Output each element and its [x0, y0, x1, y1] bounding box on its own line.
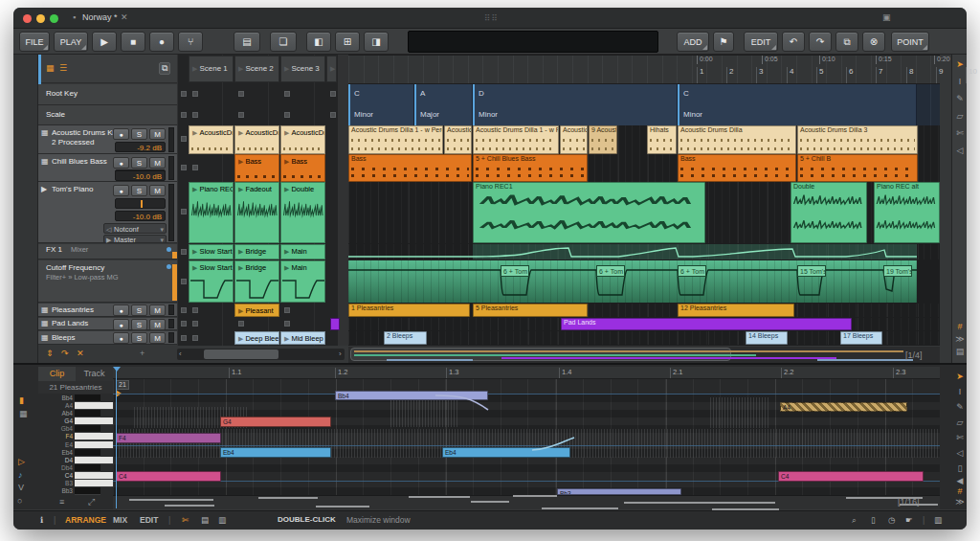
- comment-panel-button[interactable]: ❏: [270, 32, 297, 52]
- launcher-hscrollbar[interactable]: [177, 349, 345, 360]
- arrangement-navigator[interactable]: [348, 347, 940, 363]
- editor-snap-icon[interactable]: #: [954, 486, 966, 496]
- arranger-clip-drums[interactable]: Acoustic D: [560, 125, 588, 154]
- browser-panel-button[interactable]: ▤: [234, 32, 260, 52]
- notes-doc-icon[interactable]: ▯: [871, 515, 876, 525]
- file-menu-button[interactable]: FILE: [19, 32, 50, 52]
- play-menu-button[interactable]: PLAY: [54, 32, 88, 52]
- arranger-clip-bass[interactable]: 5 + Chill Blues Bass: [473, 154, 588, 182]
- arranger-ruler[interactable]: 0:000:050:100:150:200:250:300:350:400:45…: [348, 55, 940, 84]
- midi-note[interactable]: Eb4: [220, 447, 331, 458]
- panel-toggle-icon[interactable]: ▤: [954, 347, 966, 356]
- editor-pen-tool-icon[interactable]: ✎: [954, 402, 966, 412]
- keyboard-handle-icon[interactable]: ≡: [59, 497, 64, 507]
- piano-key-row[interactable]: C4: [38, 472, 113, 480]
- pad-lane[interactable]: Pad Lands: [0, 318, 980, 330]
- arranger-clip-drums[interactable]: Acoustic Drums Dilla 1 - w Perc: [473, 125, 559, 154]
- info-icon[interactable]: ℹ: [40, 515, 43, 525]
- drums-lane[interactable]: Acoustic Drums Dilla 1 - w PercAcoustic …: [0, 125, 980, 154]
- arranger-clip-bass[interactable]: Bass: [348, 154, 472, 182]
- velocity-lane-icon[interactable]: V: [18, 483, 24, 492]
- automation-clip[interactable]: 15 Tom's P: [797, 265, 826, 277]
- velocity-bar[interactable]: [542, 507, 618, 509]
- close-traffic-light[interactable]: [23, 14, 32, 23]
- arranger-clip-bleeps[interactable]: 2 Bleeps: [384, 331, 427, 345]
- piano-key-row[interactable]: D4: [38, 457, 113, 464]
- arranger-clip-drums[interactable]: 9 Acoustic: [589, 125, 617, 154]
- scale-lane[interactable]: MinorMajorMinorMinor: [0, 105, 980, 125]
- scroll-thumb[interactable]: [204, 349, 278, 359]
- time-meter-icon[interactable]: ◷: [888, 515, 895, 525]
- more-tools-icon[interactable]: ≫: [954, 334, 966, 344]
- scene-play-icon[interactable]: ▶: [284, 65, 289, 72]
- editor-ruler[interactable]: 1.11.21.31.42.12.22.32.4: [113, 367, 940, 379]
- bleeps-lane[interactable]: 2 Bleeps14 Bleeps17 Bleeps: [0, 331, 980, 345]
- arranger-clip-piano[interactable]: Piano REC1: [473, 182, 705, 243]
- rootkey-lane[interactable]: CADC: [0, 84, 980, 105]
- arranger-clip-piano[interactable]: Double: [791, 182, 867, 243]
- piano-key-row[interactable]: Db4: [38, 464, 113, 472]
- audition-tool-icon[interactable]: ◁: [954, 146, 966, 155]
- midi-note[interactable]: G4: [220, 417, 331, 427]
- arranger-clip-pad[interactable]: Pad Lands: [561, 318, 852, 330]
- automation-clip[interactable]: 6 + Tom: [596, 265, 625, 277]
- bass-lane[interactable]: Bass5 + Chill Blues BassBass5 + Chill B: [0, 154, 980, 182]
- arranger-clip-pleasantries[interactable]: 5 Pleasantries: [473, 304, 588, 317]
- record-button[interactable]: ●: [149, 32, 174, 52]
- add-display-button[interactable]: ⊞: [335, 32, 360, 52]
- arranger-clip-drums[interactable]: Acoustic Drums Dilla: [678, 125, 796, 154]
- arranger-clip-drums[interactable]: Acoustic D: [444, 125, 472, 154]
- arranger-clip-drums[interactable]: Acoustic Drums Dilla 3: [797, 125, 918, 154]
- pleasantries-lane[interactable]: 1 Pleasantries5 Pleasantries12 Pleasantr…: [0, 304, 980, 317]
- arranger-clip-piano[interactable]: Piano REC alt: [874, 182, 940, 243]
- arranger-clip-bleeps[interactable]: 14 Bleeps: [746, 331, 788, 345]
- minimize-traffic-light[interactable]: [36, 14, 45, 23]
- copy-button[interactable]: ⧉: [835, 32, 858, 52]
- midi-note[interactable]: F4: [116, 433, 221, 443]
- play-button[interactable]: ▶: [92, 32, 117, 52]
- midi-note[interactable]: A4: [780, 402, 907, 412]
- grid-view-icon[interactable]: ▦: [46, 63, 55, 73]
- velocity-lane[interactable]: [113, 495, 940, 509]
- add-track-button[interactable]: +: [140, 349, 145, 358]
- edit-menu-button[interactable]: EDIT: [744, 32, 778, 52]
- piano-key-row[interactable]: B3: [38, 480, 113, 487]
- audition-notes-icon[interactable]: ▷: [18, 457, 25, 466]
- note-fold-icon[interactable]: ♪: [18, 470, 23, 480]
- marker-flag-button[interactable]: ⚑: [713, 32, 734, 52]
- arranger-clip-bass[interactable]: Bass: [678, 154, 796, 182]
- piano-key-row[interactable]: Eb4: [38, 449, 113, 457]
- tab-clip[interactable]: Clip: [38, 367, 76, 381]
- eraser-tool-icon[interactable]: ▱: [954, 111, 966, 121]
- velocity-bar[interactable]: [316, 506, 369, 507]
- arranger-clip-pleasantries[interactable]: 12 Pleasantries: [678, 304, 794, 317]
- automation-follow-button[interactable]: ⑂: [178, 32, 203, 52]
- midi-note[interactable]: C4: [116, 471, 221, 482]
- rootkey-segment[interactable]: A: [414, 84, 473, 105]
- scene-header-cell[interactable]: ▶Scene 1: [189, 56, 234, 82]
- expand-launcher-icon[interactable]: ⧉: [159, 62, 170, 75]
- dual-display-button[interactable]: ◧: [306, 32, 331, 52]
- tab-track[interactable]: Track: [76, 367, 113, 381]
- scroll-right-icon[interactable]: ›: [339, 349, 342, 358]
- automation-clip[interactable]: 6 + Tom: [501, 265, 529, 277]
- knife-tool-icon[interactable]: ✄: [954, 128, 966, 138]
- piano-key-row[interactable]: A4: [38, 402, 113, 410]
- window-layout-icon[interactable]: ▣: [882, 12, 891, 22]
- fx-automation-lane[interactable]: [0, 244, 980, 259]
- editor-audition-tool-icon[interactable]: ◁: [954, 448, 966, 458]
- piano-key-row[interactable]: Gb4: [38, 425, 113, 433]
- midi-note[interactable]: Bb3: [557, 488, 681, 495]
- piano-key-row[interactable]: Bb4: [38, 394, 113, 402]
- view-arrange[interactable]: ARRANGE: [65, 515, 106, 525]
- velocity-bar[interactable]: [471, 501, 509, 503]
- add-button[interactable]: ADD: [677, 32, 709, 52]
- scene-header-partial[interactable]: ▶: [326, 56, 337, 82]
- point-menu-button[interactable]: POINT: [891, 32, 929, 52]
- launcher-clip-mode-icon[interactable]: ▮: [19, 395, 24, 405]
- drum-grid-mode-icon[interactable]: ▦: [19, 409, 28, 418]
- scene-header-cell[interactable]: ▶Scene 2: [234, 56, 279, 82]
- piano-lane[interactable]: Piano REC1DoublePiano REC alt: [0, 182, 980, 243]
- scene-play-icon[interactable]: ▶: [192, 65, 197, 72]
- velocity-bar[interactable]: [624, 502, 775, 504]
